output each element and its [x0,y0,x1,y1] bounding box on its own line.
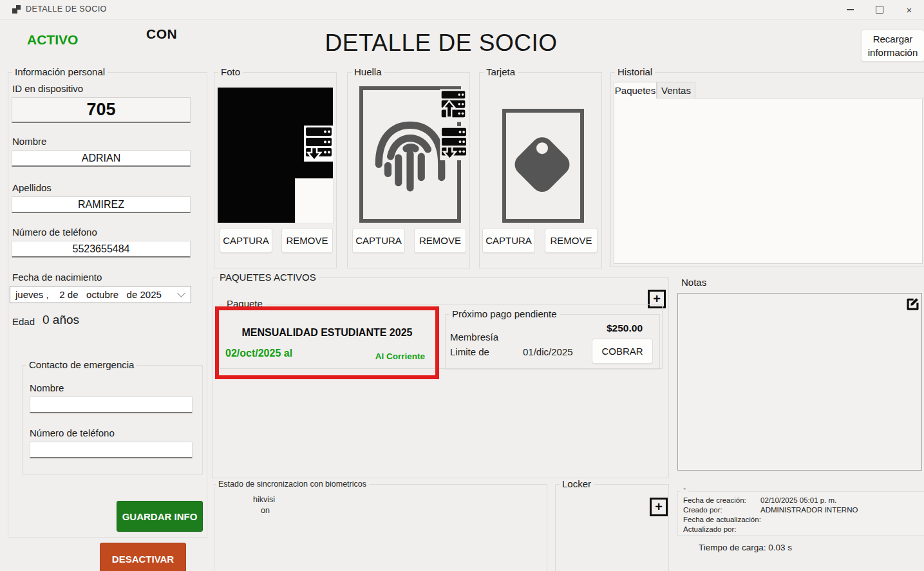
audit-group-label: - [681,483,688,493]
emergency-phone-field[interactable] [30,442,193,458]
card-group: Tarjeta CAPTURA REMOVE [479,72,602,268]
birthdate-label: Fecha de nacimiento [12,272,102,283]
device-id-field: 705 [12,97,191,123]
lastname-label: Apellidos [12,182,52,193]
next-payment-group: Próximo pago pendiente Membresía Limite … [445,314,660,370]
notes-group: Notas [677,282,923,472]
history-group: Historial Paquetes Ventas [610,72,924,267]
photo-blank-corner [295,178,334,223]
history-panel [614,98,923,264]
plus-icon: + [653,292,661,305]
load-time-label: Tiempo de carga: 0.03 s [699,543,792,552]
minimize-button[interactable] [835,0,865,19]
reload-info-button[interactable]: Recargar información [861,30,924,62]
active-packages-group-label: PAQUETES ACTIVOS [217,272,319,283]
add-locker-button[interactable]: + [650,498,668,516]
name-field[interactable] [12,150,191,167]
notes-group-label: Notas [679,277,709,288]
emergency-contact-group: Contacto de emergencia Nombre Número de … [22,365,203,474]
card-capture-button[interactable]: CAPTURA [482,228,535,253]
photo-group: Foto CAPTURA REMOVE [214,72,337,268]
maximize-icon [876,6,883,14]
sync-status-group-label: Estado de sincronizacion con biometricos [216,480,369,489]
created-date-label: Fecha de creación: [683,496,746,504]
deactivate-button[interactable]: DESACTIVAR [100,543,186,571]
fingerprint-group-label: Huella [352,66,384,77]
age-value: 0 años [42,313,79,327]
maximize-button[interactable] [865,0,894,19]
notes-textarea[interactable] [677,293,922,471]
server-download-icon [440,126,468,160]
package-period: 02/oct/2025 al [225,348,292,359]
tab-ventas[interactable]: Ventas [657,82,695,98]
card-remove-button[interactable]: REMOVE [545,228,598,253]
photo-capture-button[interactable]: CAPTURA [220,228,272,253]
detalle-de-socio-window: DETALLE DE SOCIO × ACTIVO CON DETALLE DE… [0,0,924,571]
birthdate-select[interactable]: jueves , 2 de octubre de 2025 [10,286,191,303]
locker-group-label: Locker [560,478,594,489]
server-upload-icon [440,89,467,122]
edit-notes-button[interactable] [904,295,921,312]
minimize-icon [847,9,854,10]
close-icon: × [907,5,912,15]
limit-date: 01/dic/2025 [523,346,573,357]
sync-status-line2: on [261,506,270,515]
locker-group: Locker + [555,484,669,571]
window-title: DETALLE DE SOCIO [26,5,107,14]
tab-paquetes[interactable]: Paquetes [614,82,657,98]
active-packages-group: PAQUETES ACTIVOS + Paquete MENSUALIDAD E… [212,277,669,478]
fingerprint-remove-button[interactable]: REMOVE [414,228,466,253]
lastname-field[interactable] [12,196,191,213]
emergency-contact-group-label: Contacto de emergencia [26,359,137,370]
membership-label: Membresía [450,332,498,342]
edit-icon [904,295,921,312]
app-icon [12,5,21,14]
updated-by-label: Actualizado por: [683,525,736,533]
personal-info-group-label: Información personal [12,66,108,77]
photo-group-label: Foto [218,66,243,77]
name-label: Nombre [12,136,46,147]
sync-status-line1: hikvisi [253,495,275,504]
age-label: Edad [12,316,35,327]
fingerprint-capture-button[interactable]: CAPTURA [352,228,405,253]
updated-date-label: Fecha de actualización: [683,516,761,523]
close-button[interactable]: × [894,0,924,19]
page-title: DETALLE DE SOCIO [0,30,882,57]
package-name: MENSUALIDAD ESTUDIANTE 2025 [219,327,435,339]
audit-group: - Fecha de creación: 02/10/2025 05:01 p.… [677,491,924,536]
photo-preview [218,88,333,223]
card-group-label: Tarjeta [484,66,518,77]
sync-status-group: Estado de sincronizacion con biometricos… [214,484,547,571]
package-status: Al Corriente [375,351,425,361]
created-by-value: ADMINISTRADOR INTERNO [760,506,858,514]
photo-remove-button[interactable]: REMOVE [281,228,333,253]
birthdate-value: jueves , 2 de octubre de 2025 [10,289,178,300]
chevron-down-icon [177,289,185,297]
title-bar: DETALLE DE SOCIO × [0,0,924,20]
limit-label: Limite de [450,346,489,357]
phone-label: Número de teléfono [12,227,97,238]
package-highlight-box: MENSUALIDAD ESTUDIANTE 2025 02/oct/2025 … [215,306,439,379]
card-frame [502,109,584,223]
created-date-value: 02/10/2025 05:01 p. m. [760,496,836,504]
fingerprint-group: Huella [347,72,470,268]
emergency-name-label: Nombre [30,382,64,393]
charge-button[interactable]: COBRAR [592,339,653,364]
created-by-label: Creado por: [683,506,722,514]
history-group-label: Historial [615,66,655,77]
next-payment-group-label: Próximo pago pendiente [449,308,560,319]
tag-icon [504,127,581,204]
plus-icon: + [655,500,663,513]
save-info-button[interactable]: GUARDAR INFO [117,501,203,532]
emergency-name-field[interactable] [30,397,193,413]
phone-field[interactable] [12,241,191,257]
server-download-icon [304,126,334,162]
device-id-label: ID en dispositivo [12,83,83,94]
emergency-phone-label: Número de teléfono [30,427,115,438]
payment-amount: $250.00 [607,323,643,334]
personal-info-group: Información personal ID en dispositivo 7… [8,72,207,538]
